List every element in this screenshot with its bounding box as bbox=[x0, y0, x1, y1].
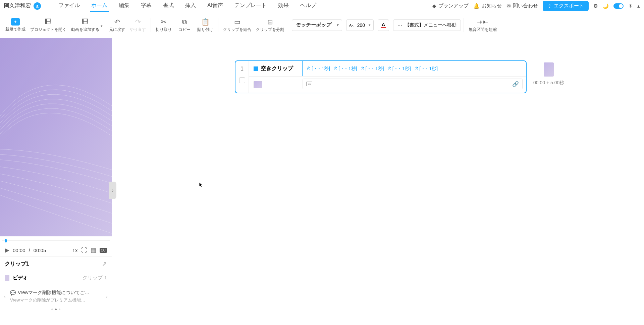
user-avatar-icon bbox=[34, 2, 41, 10]
timeline-scrubber[interactable] bbox=[0, 238, 112, 244]
inquiry-label: 問い合わせ bbox=[513, 3, 538, 9]
video-preview[interactable] bbox=[0, 38, 112, 236]
font-select[interactable]: モッチーポップ ▾ bbox=[292, 19, 342, 31]
merge-clip-button[interactable]: ▭ クリップを結合 bbox=[221, 15, 253, 35]
menu-file[interactable]: ファイル bbox=[57, 0, 81, 12]
notice-button[interactable]: 🔔 お知らせ bbox=[473, 3, 502, 9]
undo-button[interactable]: ↶ 元に戻す bbox=[107, 15, 127, 35]
notice-prev-icon[interactable]: ‹ bbox=[4, 294, 6, 299]
notice-next-icon[interactable]: › bbox=[106, 294, 108, 299]
menu-format[interactable]: 書式 bbox=[162, 0, 175, 12]
menu-home[interactable]: ホーム bbox=[90, 0, 109, 12]
side-thumbnail-time: 00:00 + 5.00秒 bbox=[533, 80, 564, 86]
inquiry-button[interactable]: ✉ 問い合わせ bbox=[506, 3, 538, 9]
split-clip-label: クリップを分割 bbox=[256, 27, 284, 32]
chevron-down-icon: ▾ bbox=[369, 23, 371, 27]
menu-effect[interactable]: 効果 bbox=[277, 0, 290, 12]
dot[interactable] bbox=[59, 309, 60, 310]
merge-clip-label: クリップを結合 bbox=[223, 27, 251, 32]
clip-video-meta: クリップ 1 bbox=[83, 275, 107, 281]
dot[interactable] bbox=[51, 309, 53, 310]
separator bbox=[289, 18, 289, 32]
cut-button[interactable]: ✂ 切り取り bbox=[154, 15, 174, 35]
redo-button[interactable]: ↷ やり直す bbox=[128, 15, 148, 35]
new-create-button[interactable]: + 新規で作成 bbox=[3, 15, 28, 35]
font-size-icon: AA bbox=[349, 23, 354, 27]
grid-icon[interactable]: ▦ bbox=[91, 246, 96, 254]
font-color-button[interactable]: A bbox=[378, 19, 389, 31]
segment-label: [ ･ ･ 1秒] bbox=[365, 66, 384, 72]
clip-top-row: 空きクリップ ⏱[ ･ ･ 1秒] ⏱[ ･ ･ 1秒] ⏱[ ･ ･ 1秒] … bbox=[249, 61, 526, 77]
svg-rect-1 bbox=[0, 38, 112, 236]
preview-wave-decoration bbox=[0, 38, 112, 236]
undo-icon: ↶ bbox=[114, 18, 120, 26]
playback-controls: ▶ 00:00 / 00:05 1x ⛶ ▦ CC bbox=[0, 244, 112, 257]
moon-icon[interactable]: 🌙 bbox=[602, 3, 609, 9]
expand-panel-handle[interactable]: › bbox=[109, 182, 116, 199]
notice-panel: ‹ 💬 Vrewマーク削除機能についてご… Vrewマークの削除がプレミアム機能… bbox=[3, 287, 108, 306]
copy-label: コピー bbox=[178, 27, 191, 32]
clip-index-value: 1 bbox=[235, 66, 249, 72]
separator bbox=[218, 18, 218, 32]
side-thumbnail[interactable]: 00:00 + 5.00秒 bbox=[533, 62, 564, 86]
clip-card[interactable]: 1 空きクリップ ⏱[ ･ ･ 1秒] ⏱[ ･ ･ 1秒] ⏱[ ･ ･ 1秒… bbox=[235, 60, 527, 93]
menu-subtitle[interactable]: 字幕 bbox=[140, 0, 153, 12]
current-time: 00:00 bbox=[13, 247, 25, 253]
clip-panel-title: クリップ1 bbox=[5, 261, 29, 268]
new-create-label: 新規で作成 bbox=[5, 27, 25, 32]
segment: ⏱[ ･ ･ 1秒] bbox=[307, 66, 330, 72]
split-clip-button[interactable]: ⊟ クリップを分割 bbox=[254, 15, 286, 35]
dot[interactable] bbox=[55, 309, 57, 310]
chevron-down-icon: ▾ bbox=[336, 23, 338, 27]
menu-help[interactable]: ヘルプ bbox=[299, 0, 318, 12]
link-icon[interactable]: 🔗 bbox=[512, 81, 519, 87]
menu-items: ファイル ホーム 編集 字幕 書式 挿入 AI音声 テンプレート 効果 ヘルプ bbox=[57, 0, 318, 12]
clip-segments[interactable]: ⏱[ ･ ･ 1秒] ⏱[ ･ ･ 1秒] ⏱[ ･ ･ 1秒] ⏱[ ･ ･ … bbox=[303, 61, 526, 76]
copy-button[interactable]: ⧉ コピー bbox=[174, 15, 195, 35]
paste-button[interactable]: 📋 貼り付け bbox=[195, 15, 215, 35]
plan-up-label: プランアップ bbox=[438, 3, 469, 9]
caption-icon[interactable]: CC bbox=[100, 248, 107, 253]
clip-checkbox[interactable] bbox=[239, 77, 245, 83]
export-button[interactable]: ⇪ エクスポート bbox=[543, 1, 589, 11]
clip-title-cell[interactable]: 空きクリップ bbox=[249, 61, 303, 76]
segment: ⏱[ ･ ･ 1秒] bbox=[333, 66, 357, 72]
fullscreen-icon[interactable]: ⛶ bbox=[81, 247, 87, 254]
redo-label: やり直す bbox=[130, 27, 146, 32]
clipboard-icon: 📋 bbox=[201, 18, 210, 26]
collapse-icon[interactable]: ▴ bbox=[637, 3, 640, 9]
user-block[interactable]: 阿久津和宏 bbox=[4, 2, 41, 10]
menu-template[interactable]: テンプレート bbox=[233, 0, 268, 12]
shorten-silence-button[interactable]: ⇥⇤ 無音区間を短縮 bbox=[467, 15, 499, 35]
open-project-button[interactable]: 🎞 プロジェクトを開く bbox=[28, 15, 68, 35]
segment: ⏱[ ･ ･ 1秒] bbox=[360, 66, 384, 72]
notice-title-row[interactable]: 💬 Vrewマーク削除機能についてご… bbox=[10, 290, 102, 296]
format-menu-button[interactable]: ⋯ 【書式】メニューへ移動 bbox=[393, 19, 461, 31]
clip-thumb-cell[interactable] bbox=[249, 77, 303, 93]
redo-icon: ↷ bbox=[135, 18, 141, 26]
clip-panel: クリップ1 ↗ ビデオ クリップ 1 bbox=[0, 257, 112, 284]
settings-icon[interactable]: ⚙ bbox=[593, 3, 598, 9]
font-color-icon: A bbox=[382, 22, 385, 27]
clip-row-video[interactable]: ビデオ クリップ 1 bbox=[0, 271, 112, 284]
open-external-icon[interactable]: ↗ bbox=[102, 260, 107, 268]
separator bbox=[464, 18, 464, 32]
side-thumbnail-image bbox=[544, 62, 554, 77]
clip-video-label: ビデオ bbox=[13, 275, 28, 281]
open-project-label: プロジェクトを開く bbox=[30, 27, 66, 32]
font-size-select[interactable]: AA 200 ▾ bbox=[346, 19, 374, 31]
add-video-button[interactable]: 🎞 動画を追加する ▾ bbox=[69, 15, 101, 35]
folder-icon: 🎞 bbox=[45, 18, 52, 26]
subtitle-input[interactable]: ▭ 🔗 bbox=[303, 79, 523, 89]
menu-edit[interactable]: 編集 bbox=[117, 0, 131, 12]
sun-icon[interactable]: ☀ bbox=[628, 3, 633, 9]
plan-up-button[interactable]: ◆ プランアップ bbox=[432, 3, 469, 9]
play-button[interactable]: ▶ bbox=[5, 246, 9, 254]
scrubber-playhead[interactable] bbox=[5, 239, 7, 242]
merge-icon: ▭ bbox=[234, 18, 240, 26]
clip-thumbnail bbox=[5, 275, 9, 281]
dark-mode-toggle[interactable] bbox=[613, 3, 624, 9]
menu-ai-voice[interactable]: AI音声 bbox=[206, 0, 224, 12]
playback-speed[interactable]: 1x bbox=[72, 247, 78, 253]
menu-insert[interactable]: 挿入 bbox=[184, 0, 197, 12]
